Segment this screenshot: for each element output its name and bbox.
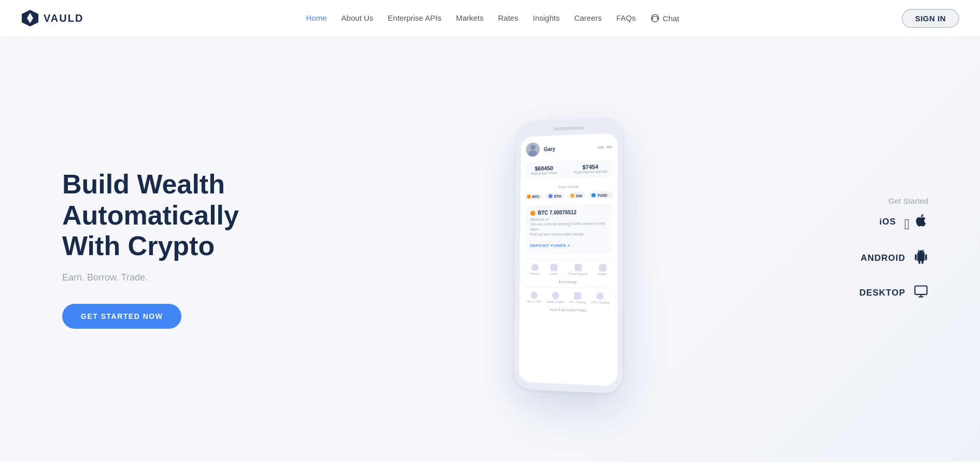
eth-dot [548,194,552,198]
token-btc: BTC [523,193,542,200]
nav-wallet: Wallet [598,264,607,276]
svg-rect-4 [651,18,653,20]
apple-icon:  [904,212,928,233]
hero-subtitle: Earn. Borrow. Trade. [62,272,332,283]
nav-faqs[interactable]: FAQs [616,13,636,22]
nav-about[interactable]: About Us [342,13,374,22]
svg-point-7 [528,150,537,157]
phone-header: Gary [525,139,612,157]
token-eth: ETH [545,192,564,200]
otc-trading-icon [596,292,604,300]
svg-rect-5 [657,18,658,20]
dai-dot [570,193,574,198]
ios-label: iOS [879,217,896,227]
nav-buy-sell: Buy & Sell [527,292,541,303]
logo-text: VAULD [44,12,83,24]
token-list: BTC ETH DAI TUSD › [525,191,612,200]
nav-careers[interactable]: Careers [574,13,602,22]
loans-icon [550,264,557,271]
get-started-button[interactable]: GET STARTED NOW [62,304,181,329]
hero-right: Get Started iOS  ANDROID DESKTOP [804,197,939,302]
tusd-dot [591,193,595,198]
nav-rates[interactable]: Rates [498,13,518,22]
token-dai: DAI [567,192,585,200]
desktop-icon [914,284,928,302]
nav-right: SIGN IN [902,9,959,28]
phone-mockup: Gary $60450 Total Asset Value $7454 [506,108,630,390]
header-dot-2 [606,145,612,148]
nav-insights[interactable]: Insights [533,13,560,22]
hero-title: Build Wealth Automatically With Crypto [62,169,332,262]
phone-stats: $60450 Total Asset Value $7454 Total Int… [525,159,612,179]
hero-section: Build Wealth Automatically With Crypto E… [0,36,980,461]
svg-point-6 [530,145,535,150]
stat-asset-value: $60450 Total Asset Value [530,165,557,175]
phone-bottom-nav: History Loans Fixed Deposit Wallet [524,259,612,276]
exchange-title: Exchange [524,279,612,285]
wallet-icon [599,264,606,272]
coin-header: BTC 7.00076512 [530,209,607,216]
sign-in-button[interactable]: SIGN IN [902,9,959,28]
header-dot-1 [598,146,604,148]
headset-icon [650,13,660,23]
nav-markets[interactable]: Markets [456,13,484,22]
token-tusd: TUSD › [588,191,614,199]
nav-enterprise[interactable]: Enterprise APIs [388,13,441,22]
nav-history: History [530,264,539,275]
nav-chat[interactable]: Chat [650,13,679,23]
logo-link[interactable]: VAULD [21,9,83,27]
android-platform[interactable]: ANDROID [861,249,928,268]
phone: Gary $60450 Total Asset Value $7454 [514,117,623,394]
funds-title: Your Funds [525,184,612,190]
nav-swap-crypto: Swap Crypto [546,292,564,304]
hero-left: Build Wealth Automatically With Crypto E… [62,169,332,329]
coin-btc-dot [530,211,535,216]
coin-earn-text: You are currently earning 5.64% interest… [530,221,606,237]
history-icon [531,264,538,271]
pro-trading-icon [574,292,581,300]
logo-icon [21,9,39,27]
android-icon [914,249,928,268]
user-avatar [525,142,539,157]
nav-links: Home About Us Enterprise APIs Markets Ra… [306,13,679,23]
navbar: VAULD Home About Us Enterprise APIs Mark… [0,0,980,36]
nav-loans: Loans [549,264,558,275]
buy-sell-icon [531,292,538,299]
phone-notch [553,127,584,131]
nav-home[interactable]: Home [306,13,327,22]
exchange-nav: Buy & Sell Swap Crypto Pro Trading OTC T… [524,287,612,305]
btc-dot [527,194,531,199]
fav-pairs-title: Your Favourite Pairs [524,307,612,313]
desktop-platform[interactable]: DESKTOP [859,284,928,302]
nav-otc-trading: OTC Trading [591,292,609,304]
android-label: ANDROID [861,253,905,263]
nav-fixed-deposit: Fixed Deposit [568,264,587,275]
user-name: Gary [544,146,555,152]
get-started-label: Get Started [888,197,928,205]
phone-screen: Gary $60450 Total Asset Value $7454 [519,133,618,386]
deposit-funds-button[interactable]: DEPOSIT FUNDS + [530,243,570,248]
fixed-deposit-icon [574,264,581,271]
coin-card: BTC 7.00076512 $50018.37 You are current… [525,204,612,254]
stat-interest-earned: $7454 Total Interest Earned [574,163,607,174]
swap-icon [551,292,559,299]
desktop-label: DESKTOP [859,288,905,298]
svg-rect-8 [915,286,927,294]
phone-header-icons [598,145,612,148]
nav-pro-trading: Pro Trading [570,292,586,304]
ios-platform[interactable]: iOS  [879,212,928,233]
